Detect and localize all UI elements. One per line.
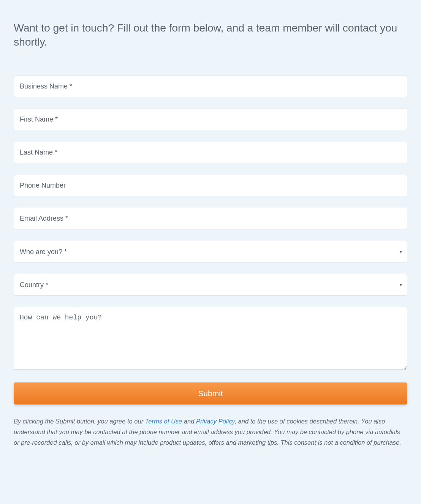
disclaimer-part2: and <box>182 418 196 425</box>
privacy-policy-link[interactable]: Privacy Policy <box>196 418 234 425</box>
submit-button[interactable]: Submit <box>14 382 407 404</box>
terms-of-use-link[interactable]: Terms of Use <box>145 418 182 425</box>
contact-form: Who are you? * ▼ Country * ▼ Submit <box>14 76 407 404</box>
email-address-input[interactable] <box>14 208 407 229</box>
business-name-input[interactable] <box>14 76 407 97</box>
last-name-input[interactable] <box>14 142 407 163</box>
message-textarea[interactable] <box>14 307 407 370</box>
form-heading: Want to get in touch? Fill out the form … <box>14 21 407 49</box>
phone-number-input[interactable] <box>14 175 407 196</box>
first-name-input[interactable] <box>14 109 407 130</box>
disclaimer-text: By clicking the Submit button, you agree… <box>14 416 407 448</box>
disclaimer-part1: By clicking the Submit button, you agree… <box>14 418 145 425</box>
country-select[interactable]: Country * <box>14 274 407 295</box>
who-are-you-select[interactable]: Who are you? * <box>14 241 407 262</box>
